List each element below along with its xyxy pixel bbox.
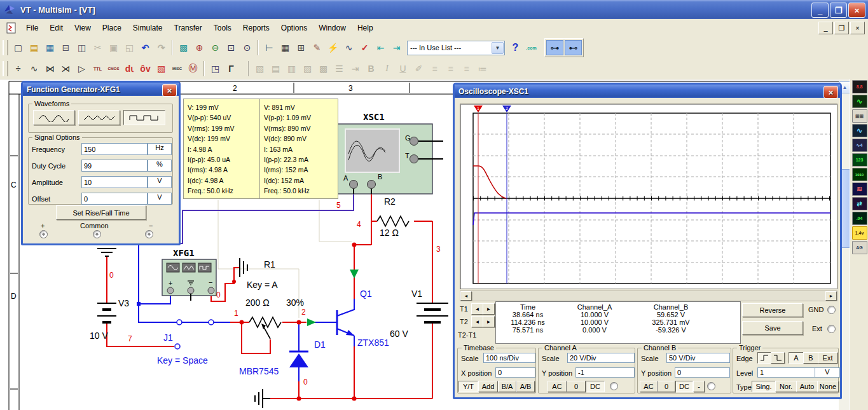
channel-b-minus-button[interactable]: - bbox=[693, 381, 705, 392]
channel-b-zero-button[interactable]: 0 bbox=[658, 381, 675, 392]
field-input[interactable] bbox=[81, 176, 148, 188]
set-rise-fall-time-button[interactable]: Set Rise/Fall Time bbox=[56, 205, 146, 220]
field-input[interactable] bbox=[81, 143, 148, 155]
transistor-q1[interactable] bbox=[337, 310, 354, 336]
v1-ref-label[interactable]: V1 bbox=[411, 289, 422, 299]
potentiometer-r1[interactable] bbox=[249, 317, 281, 339]
oscilloscope-title-bar[interactable]: Oscilloscope-XSC1 × bbox=[455, 85, 840, 98]
agilent-function-generator-icon[interactable]: AG bbox=[852, 241, 867, 254]
common-terminal[interactable] bbox=[93, 230, 101, 238]
channel-a-ac-button[interactable]: AC bbox=[548, 381, 567, 392]
trigger-source-ext-button[interactable]: Ext bbox=[818, 352, 837, 364]
channel-a-y-input[interactable] bbox=[575, 367, 635, 378]
plot-scrollbar[interactable]: ◄ ► bbox=[460, 290, 837, 301]
wire-pot-wiper[interactable] bbox=[242, 322, 270, 353]
iv-analyzer-icon[interactable]: .04 bbox=[852, 212, 867, 225]
function-generator-title-bar[interactable]: Function Generator-XFG1 × bbox=[23, 83, 179, 96]
resistor-r2[interactable] bbox=[377, 216, 409, 226]
xsc1-ref-label[interactable]: XSC1 bbox=[363, 112, 385, 122]
word-generator-icon[interactable]: 1010 bbox=[852, 168, 867, 181]
channel-b-y-input[interactable] bbox=[675, 367, 730, 378]
trigger-source-b-button[interactable]: B bbox=[803, 352, 818, 364]
timebase-yt-button[interactable]: Y/T bbox=[458, 381, 478, 392]
ext-radio[interactable] bbox=[827, 325, 836, 333]
r1-value-label[interactable]: 200 Ω bbox=[245, 297, 270, 308]
reverse-button[interactable]: Reverse bbox=[742, 303, 803, 317]
channel-a-radio[interactable] bbox=[610, 382, 618, 390]
channel-a-dc-button[interactable]: DC bbox=[586, 381, 605, 392]
timebase-add-button[interactable]: Add bbox=[478, 381, 498, 392]
t1-left-button[interactable]: ◄ bbox=[471, 303, 483, 315]
trigger-type-sing-button[interactable]: Sing. bbox=[752, 381, 776, 392]
logic-converter-icon[interactable]: ⇄ bbox=[852, 197, 867, 210]
trigger-source-a-button[interactable]: A bbox=[789, 352, 804, 364]
r2-value-label[interactable]: 12 Ω bbox=[380, 228, 399, 238]
rising-edge-button[interactable] bbox=[757, 352, 771, 364]
oscilloscope-close-icon[interactable]: × bbox=[823, 86, 838, 99]
ground-symbol-top[interactable] bbox=[97, 249, 116, 256]
r1-ref-label[interactable]: R1 bbox=[264, 259, 275, 270]
t2-left-button[interactable]: ◄ bbox=[471, 316, 483, 327]
r2-ref-label[interactable]: R2 bbox=[384, 196, 396, 207]
falling-edge-button[interactable] bbox=[771, 352, 785, 364]
j1-key-label[interactable]: Key = Space bbox=[157, 355, 208, 366]
xsc1-symbol[interactable] bbox=[337, 124, 443, 194]
function-generator-icon[interactable]: ∿ bbox=[852, 95, 867, 108]
trigger-type-none-button[interactable]: None bbox=[817, 381, 839, 392]
channel-b-radio[interactable] bbox=[707, 382, 715, 390]
field-input[interactable] bbox=[81, 193, 148, 205]
d1-ref-label[interactable]: D1 bbox=[314, 339, 326, 350]
gnd-radio[interactable] bbox=[827, 306, 836, 314]
t1-right-button[interactable]: ► bbox=[483, 303, 495, 315]
q1-ref-label[interactable]: Q1 bbox=[360, 289, 372, 299]
timebase-ba-button[interactable]: B/A bbox=[498, 381, 516, 392]
plot-scroll-right-icon[interactable]: ► bbox=[825, 291, 837, 301]
multimeter-icon[interactable]: 8.8 bbox=[852, 80, 867, 93]
frequency-counter-icon[interactable]: 123 bbox=[852, 153, 867, 167]
net-label-2: 2 bbox=[301, 308, 306, 317]
ground-symbol-bottom[interactable] bbox=[255, 389, 270, 408]
r1-key-label[interactable]: Key = A bbox=[247, 280, 278, 290]
save-button[interactable]: Save bbox=[742, 321, 803, 335]
channel-a-scale-input[interactable] bbox=[567, 353, 635, 363]
oscilloscope-icon[interactable]: ∿ bbox=[852, 124, 867, 137]
diode-d1[interactable] bbox=[289, 352, 308, 367]
timebase-scale-input[interactable] bbox=[483, 353, 535, 363]
sine-wave-button[interactable] bbox=[33, 110, 75, 125]
square-wave-button[interactable] bbox=[123, 110, 165, 125]
wattmeter-icon[interactable]: ▣▣ bbox=[852, 109, 867, 123]
t2-right-button[interactable]: ► bbox=[483, 316, 495, 327]
v3-ref-label[interactable]: V3 bbox=[118, 298, 129, 308]
trigger-type-auto-button[interactable]: Auto bbox=[796, 381, 818, 392]
d1-value-label[interactable]: MBR7545 bbox=[239, 366, 279, 376]
function-generator-close-icon[interactable]: × bbox=[162, 84, 177, 97]
field-input[interactable] bbox=[81, 160, 148, 172]
q1-value-label[interactable]: ZTX851 bbox=[357, 338, 389, 348]
v3-value-label[interactable]: 10 V bbox=[90, 331, 108, 341]
four-channel-oscilloscope-icon[interactable]: ∿4 bbox=[852, 139, 867, 152]
channel-b-ac-button[interactable]: AC bbox=[640, 381, 658, 392]
r1-percent-label[interactable]: 30% bbox=[286, 297, 304, 308]
timebase-x-input[interactable] bbox=[495, 367, 535, 378]
plot-scroll-left-icon[interactable]: ◄ bbox=[460, 291, 472, 301]
channel-b-scale-input[interactable] bbox=[666, 353, 730, 363]
triangle-wave-button[interactable] bbox=[78, 110, 120, 125]
logic-analyzer-icon[interactable]: ≋ bbox=[852, 182, 867, 196]
measurement-probe-icon[interactable]: 1.4v bbox=[852, 226, 867, 240]
readout-channel-b-value: 325.731 mV bbox=[630, 318, 712, 326]
trigger-level-input[interactable] bbox=[757, 367, 816, 378]
channel-a-zero-button[interactable]: 0 bbox=[567, 381, 586, 392]
ground-symbol-xfg[interactable] bbox=[240, 258, 247, 277]
battery-v3[interactable] bbox=[97, 303, 116, 322]
trigger-type-nor-button[interactable]: Nor. bbox=[775, 381, 797, 392]
xfg1-ref-label[interactable]: XFG1 bbox=[173, 248, 195, 258]
timebase-ab-button[interactable]: A/B bbox=[516, 381, 535, 392]
probe-measurement: V: 199 mV bbox=[188, 102, 259, 113]
v1-value-label[interactable]: 60 V bbox=[390, 329, 408, 339]
minus-terminal[interactable] bbox=[145, 230, 153, 238]
channel-b-dc-button[interactable]: DC bbox=[675, 381, 693, 392]
j1-ref-label[interactable]: J1 bbox=[163, 332, 173, 343]
plus-terminal[interactable] bbox=[39, 230, 48, 238]
battery-v1[interactable] bbox=[417, 303, 448, 322]
ruler-col-3: 3 bbox=[348, 84, 353, 93]
